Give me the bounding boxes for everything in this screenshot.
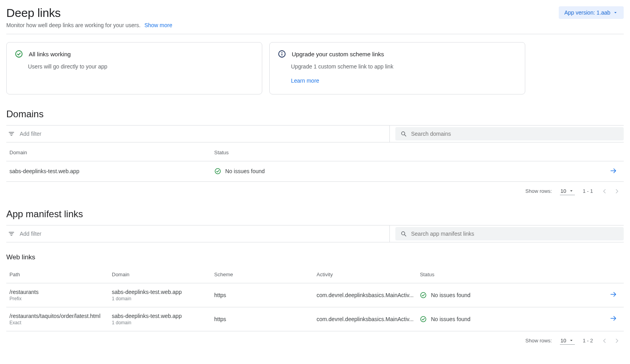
scheme-cell: https xyxy=(211,283,313,307)
domain-cell: sabs-deeplinks-test.web.app xyxy=(6,161,211,181)
card-all-links-working: All links working Users will go directly… xyxy=(6,42,262,94)
info-icon xyxy=(278,50,286,58)
page-range: 1 - 2 xyxy=(583,338,593,344)
activity-cell: com.devrel.deeplinksbasics.MainActiv... xyxy=(313,307,417,331)
domain-cell: sabs-deeplinks-test.web.app xyxy=(112,313,208,319)
rows-per-page-selector[interactable]: 10 xyxy=(560,337,575,345)
domains-section-title: Domains xyxy=(6,109,624,120)
path-subline: Prefix xyxy=(9,296,106,301)
subtitle-text: Monitor how well deep links are working … xyxy=(6,22,141,28)
table-row[interactable]: /restaurants Prefix sabs-deeplinks-test.… xyxy=(6,283,624,307)
app-version-label: App version: 1.aab xyxy=(564,9,610,16)
rows-value: 10 xyxy=(561,338,566,344)
manifest-add-filter[interactable]: Add filter xyxy=(6,225,390,242)
domains-table: Domain Status sabs-deeplinks-test.web.ap… xyxy=(6,142,624,182)
search-icon xyxy=(400,130,407,137)
domains-pager: Show rows: 10 1 - 1 xyxy=(6,182,624,195)
caret-down-icon xyxy=(569,188,574,194)
card-body: Users will go directly to your app xyxy=(28,62,254,71)
path-cell: /restaurants/taquitos/order/latest.html xyxy=(9,313,106,319)
app-version-selector[interactable]: App version: 1.aab xyxy=(559,6,624,19)
learn-more-link[interactable]: Learn more xyxy=(291,76,517,85)
manifest-pager: Show rows: 10 1 - 2 xyxy=(6,331,624,345)
show-more-link[interactable]: Show more xyxy=(145,22,172,28)
filter-icon xyxy=(8,230,15,237)
caret-down-icon xyxy=(613,10,618,15)
next-page-button[interactable] xyxy=(613,188,621,195)
col-activity: Activity xyxy=(313,264,417,283)
domain-subline: 1 domain xyxy=(112,320,208,325)
path-cell: /restaurants xyxy=(9,289,106,295)
show-rows-label: Show rows: xyxy=(525,338,552,344)
page-title: Deep links xyxy=(6,6,61,20)
arrow-right-icon[interactable] xyxy=(610,167,617,175)
domain-subline: 1 domain xyxy=(112,296,208,301)
status-text: No issues found xyxy=(225,168,265,174)
caret-down-icon xyxy=(569,338,574,343)
arrow-right-icon[interactable] xyxy=(610,314,617,322)
col-domain: Domain xyxy=(6,142,211,161)
col-scheme: Scheme xyxy=(211,264,313,283)
domains-search-input[interactable] xyxy=(411,131,619,137)
rows-per-page-selector[interactable]: 10 xyxy=(560,187,575,195)
card-title: All links working xyxy=(29,51,71,57)
filter-icon xyxy=(8,130,15,137)
table-row[interactable]: sabs-deeplinks-test.web.app No issues fo… xyxy=(6,161,624,181)
manifest-table: Path Domain Scheme Activity Status /rest… xyxy=(6,264,624,331)
col-status: Status xyxy=(417,264,600,283)
table-row[interactable]: /restaurants/taquitos/order/latest.html … xyxy=(6,307,624,331)
add-filter-label: Add filter xyxy=(20,131,41,137)
domains-search[interactable] xyxy=(395,127,624,140)
col-path: Path xyxy=(6,264,109,283)
status-text: No issues found xyxy=(431,316,470,322)
arrow-right-icon[interactable] xyxy=(610,290,617,298)
card-body: Upgrade 1 custom scheme link to app link xyxy=(291,63,393,70)
manifest-search-input[interactable] xyxy=(411,231,619,237)
check-circle-icon xyxy=(214,168,221,175)
manifest-section-title: App manifest links xyxy=(6,209,624,220)
path-subline: Exact xyxy=(9,320,106,325)
divider xyxy=(6,34,624,34)
next-page-button[interactable] xyxy=(613,337,621,344)
prev-page-button[interactable] xyxy=(601,188,608,195)
col-status: Status xyxy=(211,142,600,161)
card-title: Upgrade your custom scheme links xyxy=(292,51,384,57)
rows-value: 10 xyxy=(561,188,566,194)
search-icon xyxy=(400,230,407,237)
domains-add-filter[interactable]: Add filter xyxy=(6,126,390,142)
status-text: No issues found xyxy=(431,292,470,298)
check-circle-icon xyxy=(15,50,23,58)
check-circle-icon xyxy=(420,316,427,323)
scheme-cell: https xyxy=(211,307,313,331)
manifest-search[interactable] xyxy=(395,227,624,240)
show-rows-label: Show rows: xyxy=(525,188,552,194)
activity-cell: com.devrel.deeplinksbasics.MainActiv... xyxy=(313,283,417,307)
page-range: 1 - 1 xyxy=(583,188,593,194)
domain-cell: sabs-deeplinks-test.web.app xyxy=(112,289,208,295)
card-upgrade-links: Upgrade your custom scheme links Upgrade… xyxy=(269,42,525,94)
prev-page-button[interactable] xyxy=(601,337,608,344)
web-links-title: Web links xyxy=(6,253,624,261)
col-domain: Domain xyxy=(109,264,211,283)
check-circle-icon xyxy=(420,292,427,299)
add-filter-label: Add filter xyxy=(20,231,41,237)
page-subtitle: Monitor how well deep links are working … xyxy=(6,22,624,28)
